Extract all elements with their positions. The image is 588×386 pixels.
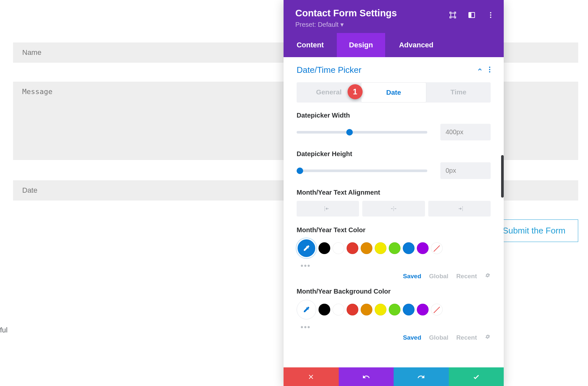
scrollbar[interactable] xyxy=(501,155,504,198)
no-color-swatch[interactable] xyxy=(431,304,443,315)
tab-content[interactable]: Content xyxy=(284,33,337,57)
color-tab-global[interactable]: Global xyxy=(429,273,449,280)
cancel-button[interactable] xyxy=(284,367,339,386)
more-colors-bg[interactable]: ••• xyxy=(301,323,491,332)
sub-tab-time[interactable]: Time xyxy=(426,82,491,103)
tab-advanced[interactable]: Advanced xyxy=(385,33,447,57)
main-tabs: Content Design Advanced xyxy=(284,33,504,57)
svg-point-3 xyxy=(490,12,491,13)
color-settings-icon[interactable] xyxy=(485,272,491,280)
color-swatch[interactable] xyxy=(318,304,330,315)
alignment-label: Month/Year Text Alignment xyxy=(297,189,491,196)
layout-icon[interactable] xyxy=(468,11,476,19)
align-right-button[interactable] xyxy=(428,201,491,217)
color-swatch[interactable] xyxy=(389,242,400,254)
redo-button[interactable] xyxy=(394,367,449,386)
color-swatch[interactable] xyxy=(375,304,386,315)
color-swatch[interactable] xyxy=(347,304,358,315)
eyedropper-bg-color[interactable] xyxy=(297,300,316,319)
section-title[interactable]: Date/Time Picker xyxy=(297,65,361,75)
height-label: Datepicker Height xyxy=(297,150,491,158)
width-value[interactable]: 400px xyxy=(440,124,491,140)
eyedropper-text-color[interactable] xyxy=(297,238,316,258)
align-left-button[interactable] xyxy=(297,201,359,217)
section-more-icon[interactable] xyxy=(489,66,491,74)
color-swatch[interactable] xyxy=(333,304,344,315)
text-color-label: Month/Year Text Color xyxy=(297,226,491,234)
sub-tab-date[interactable]: Date xyxy=(361,82,426,103)
svg-point-6 xyxy=(489,67,490,68)
svg-rect-0 xyxy=(451,13,455,17)
preset-selector[interactable]: Preset: Default ▾ xyxy=(295,21,492,28)
color-swatch[interactable] xyxy=(318,242,330,254)
align-center-button[interactable] xyxy=(362,201,425,217)
height-slider[interactable] xyxy=(297,169,427,172)
expand-icon[interactable] xyxy=(449,11,457,19)
annotation-badge: 1 xyxy=(348,84,363,99)
color-swatch[interactable] xyxy=(403,304,415,315)
color-tab-recent-bg[interactable]: Recent xyxy=(456,334,477,341)
svg-point-8 xyxy=(489,71,490,72)
color-swatch[interactable] xyxy=(403,242,415,254)
color-swatch[interactable] xyxy=(389,304,400,315)
color-tab-saved-bg[interactable]: Saved xyxy=(403,334,421,341)
svg-point-4 xyxy=(490,14,491,16)
svg-point-5 xyxy=(490,17,491,18)
color-swatch[interactable] xyxy=(417,304,429,315)
settings-panel: Contact Form Settings Preset: Default ▾ … xyxy=(284,0,504,386)
svg-point-7 xyxy=(489,69,490,70)
color-swatch[interactable] xyxy=(333,242,344,254)
more-icon[interactable] xyxy=(487,11,495,19)
partial-text: ful xyxy=(0,326,8,334)
color-tab-saved[interactable]: Saved xyxy=(403,273,421,280)
footer-actions xyxy=(284,367,504,386)
collapse-icon[interactable] xyxy=(477,67,483,74)
width-slider[interactable] xyxy=(297,131,427,134)
color-tab-recent[interactable]: Recent xyxy=(456,273,477,280)
color-swatch[interactable] xyxy=(347,242,358,254)
color-swatch[interactable] xyxy=(361,242,372,254)
color-tab-global-bg[interactable]: Global xyxy=(429,334,449,341)
color-swatch[interactable] xyxy=(375,242,386,254)
width-label: Datepicker Width xyxy=(297,112,491,119)
sub-tabs: General Date Time 1 xyxy=(297,82,491,103)
panel-header: Contact Form Settings Preset: Default ▾ xyxy=(284,0,504,33)
panel-body: Date/Time Picker General Date Time 1 Dat… xyxy=(284,57,504,367)
bg-color-label: Month/Year Background Color xyxy=(297,288,491,295)
height-value[interactable]: 0px xyxy=(440,162,491,179)
undo-button[interactable] xyxy=(339,367,394,386)
svg-rect-2 xyxy=(469,12,471,18)
tab-design[interactable]: Design xyxy=(337,33,385,57)
no-color-swatch[interactable] xyxy=(431,242,443,254)
save-button[interactable] xyxy=(449,367,504,386)
color-swatch[interactable] xyxy=(417,242,429,254)
more-colors-text[interactable]: ••• xyxy=(301,261,491,270)
color-settings-icon-bg[interactable] xyxy=(485,334,491,341)
color-swatch[interactable] xyxy=(361,304,372,315)
